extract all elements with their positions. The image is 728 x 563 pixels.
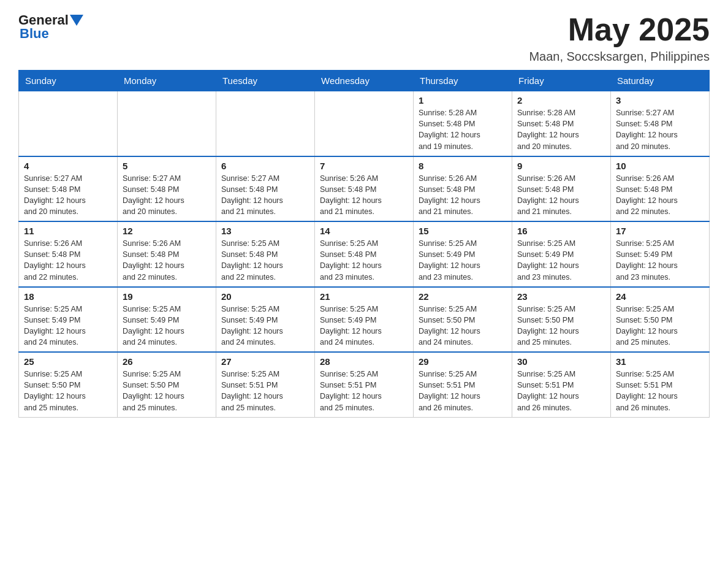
- day-info: Sunrise: 5:25 AMSunset: 5:50 PMDaylight:…: [24, 369, 112, 413]
- day-info: Sunrise: 5:25 AMSunset: 5:49 PMDaylight:…: [320, 304, 408, 348]
- calendar-day-header: Saturday: [611, 71, 710, 91]
- calendar-day-cell: 11Sunrise: 5:26 AMSunset: 5:48 PMDayligh…: [19, 221, 118, 287]
- calendar-day-cell: [118, 91, 216, 156]
- day-number: 16: [517, 226, 605, 236]
- calendar-day-cell: [19, 91, 118, 156]
- day-number: 22: [419, 291, 507, 302]
- calendar-day-cell: 16Sunrise: 5:25 AMSunset: 5:49 PMDayligh…: [512, 221, 611, 287]
- calendar-day-header: Monday: [118, 71, 216, 91]
- day-info: Sunrise: 5:25 AMSunset: 5:49 PMDaylight:…: [123, 304, 211, 348]
- location-subtitle: Maan, Soccsksargen, Philippines: [529, 50, 710, 64]
- day-info: Sunrise: 5:26 AMSunset: 5:48 PMDaylight:…: [320, 173, 408, 218]
- calendar-day-header: Friday: [512, 71, 611, 91]
- day-info: Sunrise: 5:25 AMSunset: 5:49 PMDaylight:…: [24, 304, 112, 348]
- calendar-week-row: 1Sunrise: 5:28 AMSunset: 5:48 PMDaylight…: [19, 91, 710, 156]
- logo-triangle-icon: [70, 15, 83, 26]
- day-info: Sunrise: 5:25 AMSunset: 5:51 PMDaylight:…: [517, 369, 605, 413]
- day-number: 8: [419, 161, 507, 171]
- day-number: 24: [616, 291, 704, 302]
- calendar-day-cell: 17Sunrise: 5:25 AMSunset: 5:49 PMDayligh…: [611, 221, 710, 287]
- day-number: 29: [419, 356, 507, 367]
- calendar-day-cell: [216, 91, 315, 156]
- day-info: Sunrise: 5:28 AMSunset: 5:48 PMDaylight:…: [419, 107, 507, 152]
- day-number: 19: [123, 291, 211, 302]
- day-info: Sunrise: 5:27 AMSunset: 5:48 PMDaylight:…: [123, 173, 211, 218]
- calendar-day-cell: 8Sunrise: 5:26 AMSunset: 5:48 PMDaylight…: [414, 156, 512, 222]
- day-number: 13: [221, 226, 309, 236]
- calendar-day-cell: 31Sunrise: 5:25 AMSunset: 5:51 PMDayligh…: [611, 352, 710, 417]
- day-info: Sunrise: 5:26 AMSunset: 5:48 PMDaylight:…: [24, 238, 112, 283]
- calendar-day-cell: 20Sunrise: 5:25 AMSunset: 5:49 PMDayligh…: [216, 287, 315, 353]
- day-info: Sunrise: 5:25 AMSunset: 5:50 PMDaylight:…: [616, 304, 704, 348]
- day-info: Sunrise: 5:27 AMSunset: 5:48 PMDaylight:…: [24, 173, 112, 218]
- day-number: 14: [320, 226, 408, 236]
- day-info: Sunrise: 5:25 AMSunset: 5:51 PMDaylight:…: [419, 369, 507, 413]
- calendar-day-cell: 21Sunrise: 5:25 AMSunset: 5:49 PMDayligh…: [315, 287, 414, 353]
- day-info: Sunrise: 5:25 AMSunset: 5:49 PMDaylight:…: [616, 238, 704, 283]
- day-info: Sunrise: 5:28 AMSunset: 5:48 PMDaylight:…: [517, 107, 605, 152]
- calendar-week-row: 11Sunrise: 5:26 AMSunset: 5:48 PMDayligh…: [19, 221, 710, 287]
- day-number: 27: [221, 356, 309, 367]
- calendar-day-header: Sunday: [19, 71, 118, 91]
- calendar-day-cell: 23Sunrise: 5:25 AMSunset: 5:50 PMDayligh…: [512, 287, 611, 353]
- day-number: 21: [320, 291, 408, 302]
- day-info: Sunrise: 5:25 AMSunset: 5:48 PMDaylight:…: [221, 238, 309, 283]
- calendar-day-cell: [315, 91, 414, 156]
- day-number: 12: [123, 226, 211, 236]
- calendar-day-cell: 5Sunrise: 5:27 AMSunset: 5:48 PMDaylight…: [118, 156, 216, 222]
- day-number: 15: [419, 226, 507, 236]
- day-number: 18: [24, 291, 112, 302]
- day-number: 28: [320, 356, 408, 367]
- calendar-week-row: 18Sunrise: 5:25 AMSunset: 5:49 PMDayligh…: [19, 287, 710, 353]
- day-info: Sunrise: 5:25 AMSunset: 5:50 PMDaylight:…: [419, 304, 507, 348]
- day-number: 30: [517, 356, 605, 367]
- calendar-day-cell: 18Sunrise: 5:25 AMSunset: 5:49 PMDayligh…: [19, 287, 118, 353]
- day-number: 9: [517, 161, 605, 171]
- calendar-table: SundayMondayTuesdayWednesdayThursdayFrid…: [18, 70, 710, 418]
- day-number: 1: [419, 95, 507, 105]
- calendar-day-header: Tuesday: [216, 71, 315, 91]
- day-info: Sunrise: 5:25 AMSunset: 5:51 PMDaylight:…: [616, 369, 704, 413]
- day-info: Sunrise: 5:25 AMSunset: 5:49 PMDaylight:…: [419, 238, 507, 283]
- day-info: Sunrise: 5:26 AMSunset: 5:48 PMDaylight:…: [419, 173, 507, 218]
- month-year-title: May 2025: [529, 12, 710, 47]
- calendar-header-row: SundayMondayTuesdayWednesdayThursdayFrid…: [19, 71, 710, 91]
- day-number: 31: [616, 356, 704, 367]
- calendar-day-cell: 9Sunrise: 5:26 AMSunset: 5:48 PMDaylight…: [512, 156, 611, 222]
- svg-marker-0: [70, 15, 83, 26]
- page-header: General Blue May 2025 Maan, Soccsksargen…: [18, 12, 710, 64]
- calendar-day-cell: 26Sunrise: 5:25 AMSunset: 5:50 PMDayligh…: [118, 352, 216, 417]
- day-info: Sunrise: 5:26 AMSunset: 5:48 PMDaylight:…: [616, 173, 704, 218]
- calendar-day-cell: 6Sunrise: 5:27 AMSunset: 5:48 PMDaylight…: [216, 156, 315, 222]
- day-number: 17: [616, 226, 704, 236]
- calendar-day-cell: 10Sunrise: 5:26 AMSunset: 5:48 PMDayligh…: [611, 156, 710, 222]
- day-number: 5: [123, 161, 211, 171]
- day-number: 6: [221, 161, 309, 171]
- day-info: Sunrise: 5:26 AMSunset: 5:48 PMDaylight:…: [517, 173, 605, 218]
- day-number: 25: [24, 356, 112, 367]
- calendar-day-cell: 7Sunrise: 5:26 AMSunset: 5:48 PMDaylight…: [315, 156, 414, 222]
- calendar-day-cell: 19Sunrise: 5:25 AMSunset: 5:49 PMDayligh…: [118, 287, 216, 353]
- day-number: 4: [24, 161, 112, 171]
- calendar-day-cell: 13Sunrise: 5:25 AMSunset: 5:48 PMDayligh…: [216, 221, 315, 287]
- day-info: Sunrise: 5:25 AMSunset: 5:49 PMDaylight:…: [517, 238, 605, 283]
- day-number: 2: [517, 95, 605, 105]
- calendar-day-cell: 4Sunrise: 5:27 AMSunset: 5:48 PMDaylight…: [19, 156, 118, 222]
- calendar-week-row: 4Sunrise: 5:27 AMSunset: 5:48 PMDaylight…: [19, 156, 710, 222]
- calendar-day-cell: 30Sunrise: 5:25 AMSunset: 5:51 PMDayligh…: [512, 352, 611, 417]
- logo-blue: Blue: [20, 26, 49, 42]
- day-number: 10: [616, 161, 704, 171]
- day-info: Sunrise: 5:25 AMSunset: 5:50 PMDaylight:…: [123, 369, 211, 413]
- day-info: Sunrise: 5:27 AMSunset: 5:48 PMDaylight:…: [616, 107, 704, 152]
- calendar-day-cell: 15Sunrise: 5:25 AMSunset: 5:49 PMDayligh…: [414, 221, 512, 287]
- calendar-day-cell: 14Sunrise: 5:25 AMSunset: 5:48 PMDayligh…: [315, 221, 414, 287]
- day-info: Sunrise: 5:25 AMSunset: 5:51 PMDaylight:…: [221, 369, 309, 413]
- calendar-day-header: Wednesday: [315, 71, 414, 91]
- calendar-day-cell: 2Sunrise: 5:28 AMSunset: 5:48 PMDaylight…: [512, 91, 611, 156]
- calendar-day-cell: 12Sunrise: 5:26 AMSunset: 5:48 PMDayligh…: [118, 221, 216, 287]
- day-number: 26: [123, 356, 211, 367]
- calendar-day-header: Thursday: [414, 71, 512, 91]
- day-info: Sunrise: 5:27 AMSunset: 5:48 PMDaylight:…: [221, 173, 309, 218]
- day-number: 23: [517, 291, 605, 302]
- calendar-week-row: 25Sunrise: 5:25 AMSunset: 5:50 PMDayligh…: [19, 352, 710, 417]
